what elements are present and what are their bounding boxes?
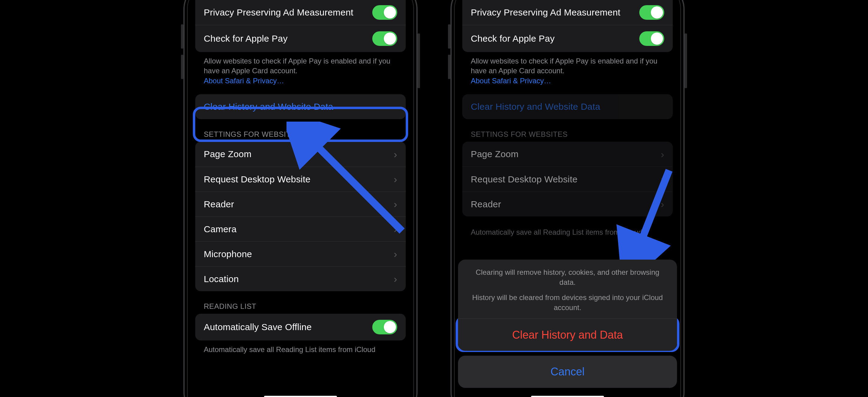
action-sheet-cancel: Cancel <box>458 356 677 388</box>
cancel-button[interactable]: Cancel <box>458 356 677 388</box>
row-check-apple-pay[interactable]: Check for Apple Pay <box>462 25 673 52</box>
side-button-right <box>417 33 420 88</box>
settings-group-privacy: Privacy Preserving Ad Measurement Check … <box>462 0 673 52</box>
footer-reading-list: Automatically save all Reading List item… <box>462 217 673 244</box>
chevron-right-icon: › <box>394 273 397 285</box>
action-sheet-message: Clearing will remove history, cookies, a… <box>458 260 677 290</box>
row-microphone[interactable]: Microphone › <box>195 241 406 266</box>
side-button-left-lower <box>448 55 451 79</box>
toggle[interactable] <box>639 5 664 20</box>
label: Check for Apple Pay <box>471 33 639 44</box>
row-request-desktop[interactable]: Request Desktop Website › <box>195 167 406 192</box>
settings-group-clear: Clear History and Website Data <box>195 94 406 119</box>
chevron-right-icon: › <box>394 148 397 160</box>
label: Microphone <box>204 249 391 260</box>
screen: Privacy Preserving Ad Measurement Check … <box>195 0 406 397</box>
settings-group-websites: Page Zoom › Request Desktop Website › Re… <box>195 142 406 291</box>
phone-right: Privacy Preserving Ad Measurement Check … <box>451 0 685 397</box>
screen: Privacy Preserving Ad Measurement Check … <box>462 0 673 397</box>
row-reader[interactable]: Reader › <box>195 192 406 217</box>
footer-privacy: Allow websites to check if Apple Pay is … <box>195 52 406 93</box>
chevron-right-icon: › <box>660 173 664 185</box>
about-safari-privacy-link[interactable]: About Safari & Privacy… <box>204 76 284 85</box>
section-header-websites: SETTINGS FOR WEBSITES <box>195 119 406 142</box>
row-request-desktop: Request Desktop Website › <box>462 167 673 192</box>
label: Reader <box>471 199 658 210</box>
footer-privacy: Allow websites to check if Apple Pay is … <box>462 52 673 93</box>
settings-group-privacy: Privacy Preserving Ad Measurement Check … <box>195 0 406 52</box>
clear-history-button[interactable]: Clear History and Website Data <box>195 94 406 119</box>
chevron-right-icon: › <box>394 223 397 235</box>
side-button-left-lower <box>181 55 183 79</box>
toggle[interactable] <box>372 31 397 46</box>
label: Camera <box>204 224 391 235</box>
label: Clear History and Website Data <box>471 101 664 112</box>
row-auto-save-offline[interactable]: Automatically Save Offline <box>195 314 406 340</box>
label: Request Desktop Website <box>204 173 391 185</box>
action-sheet-card: Clearing will remove history, cookies, a… <box>458 260 677 351</box>
label: Location <box>204 273 391 285</box>
phone-left: Privacy Preserving Ad Measurement Check … <box>183 0 417 397</box>
row-page-zoom[interactable]: Page Zoom › <box>195 142 406 167</box>
row-location[interactable]: Location › <box>195 266 406 291</box>
footer-text: Automatically save all Reading List item… <box>204 345 375 354</box>
toggle[interactable] <box>372 5 397 20</box>
home-indicator <box>264 396 337 397</box>
toggle[interactable] <box>372 320 397 334</box>
action-sheet: Clearing will remove history, cookies, a… <box>458 260 677 388</box>
action-sheet-submessage: History will be cleared from devices sig… <box>458 290 677 319</box>
side-button-left-upper <box>448 24 451 48</box>
chevron-right-icon: › <box>660 198 664 210</box>
label: Clear History and Website Data <box>204 101 397 112</box>
footer-text: Allow websites to check if Apple Pay is … <box>471 57 657 75</box>
chevron-right-icon: › <box>394 248 397 260</box>
clear-history-button: Clear History and Website Data <box>462 94 673 119</box>
label: Privacy Preserving Ad Measurement <box>471 7 639 18</box>
about-safari-privacy-link[interactable]: About Safari & Privacy… <box>471 76 551 85</box>
row-camera[interactable]: Camera › <box>195 217 406 241</box>
label: Page Zoom <box>471 148 658 160</box>
label: Automatically Save Offline <box>204 321 372 333</box>
footer-text: Allow websites to check if Apple Pay is … <box>204 57 391 75</box>
side-button-left-upper <box>181 24 183 48</box>
label: Request Desktop Website <box>471 173 658 185</box>
label: Reader <box>204 199 391 210</box>
clear-history-and-data-button[interactable]: Clear History and Data <box>458 319 677 351</box>
label: Cancel <box>551 365 585 378</box>
row-reader: Reader › <box>462 192 673 217</box>
settings-group-clear: Clear History and Website Data <box>462 94 673 119</box>
row-privacy-ad-measurement[interactable]: Privacy Preserving Ad Measurement <box>462 0 673 25</box>
footer-text: Automatically save all Reading List item… <box>471 228 642 236</box>
section-header-reading-list: READING LIST <box>195 291 406 314</box>
settings-group-websites: Page Zoom › Request Desktop Website › Re… <box>462 142 673 217</box>
footer-reading-list: Automatically save all Reading List item… <box>195 340 406 355</box>
settings-group-reading-list: Automatically Save Offline <box>195 314 406 340</box>
label: Clear History and Data <box>512 329 623 341</box>
chevron-right-icon: › <box>394 173 397 185</box>
row-privacy-ad-measurement[interactable]: Privacy Preserving Ad Measurement <box>195 0 406 25</box>
label: Check for Apple Pay <box>204 33 372 44</box>
row-page-zoom: Page Zoom › <box>462 142 673 167</box>
section-header-websites: SETTINGS FOR WEBSITES <box>462 119 673 142</box>
label: Page Zoom <box>204 148 391 160</box>
row-check-apple-pay[interactable]: Check for Apple Pay <box>195 25 406 52</box>
toggle[interactable] <box>639 31 664 46</box>
chevron-right-icon: › <box>394 198 397 210</box>
chevron-right-icon: › <box>660 148 664 160</box>
home-indicator <box>531 396 604 397</box>
label: Privacy Preserving Ad Measurement <box>204 7 372 18</box>
side-button-right <box>685 33 687 88</box>
